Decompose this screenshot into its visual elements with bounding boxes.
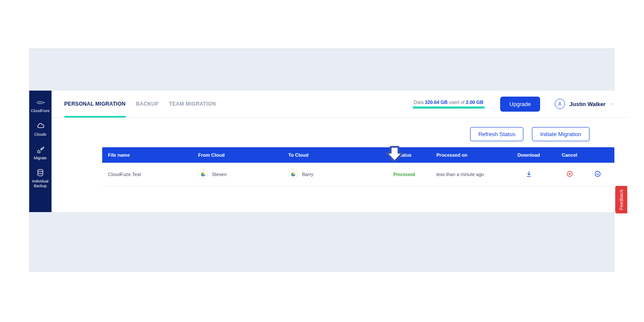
sidebar-item-label: Migrate bbox=[34, 156, 47, 161]
col-header-cancel: Cancel bbox=[553, 152, 587, 158]
sidebar-item-label: Individual Backup bbox=[31, 179, 50, 188]
cell-status: Processed bbox=[372, 172, 437, 177]
data-usage: Data 320.64 GB used of 2.00 GB bbox=[413, 100, 485, 109]
cloudfuze-logo-icon bbox=[36, 98, 45, 107]
sidebar-item-clouds[interactable]: Clouds bbox=[29, 118, 52, 141]
status-badge: Processed bbox=[393, 172, 415, 177]
from-user: Steven bbox=[212, 172, 227, 177]
avatar bbox=[555, 99, 565, 109]
col-header-from: From Cloud bbox=[198, 152, 289, 158]
content: Refresh Status Initiate Migration File n… bbox=[52, 118, 627, 212]
col-header-to: To Cloud bbox=[289, 152, 372, 158]
expand-button[interactable] bbox=[594, 170, 601, 177]
feedback-tab[interactable]: Feedback bbox=[615, 186, 627, 213]
cancel-button[interactable] bbox=[566, 170, 573, 177]
cell-from: Steven bbox=[198, 170, 289, 179]
tabs: PERSONAL MIGRATION BACKUP TEAM MIGRATION bbox=[64, 91, 216, 117]
sidebar-item-migrate[interactable]: Migrate bbox=[29, 141, 52, 165]
sidebar-item-backup[interactable]: Individual Backup bbox=[29, 164, 52, 193]
tab-personal-migration[interactable]: PERSONAL MIGRATION bbox=[64, 91, 126, 117]
cell-to: Barry bbox=[289, 170, 372, 179]
refresh-status-button[interactable]: Refresh Status bbox=[470, 127, 523, 141]
cancel-icon bbox=[566, 170, 573, 177]
google-drive-icon bbox=[289, 170, 298, 179]
database-icon bbox=[36, 169, 45, 177]
user-menu[interactable]: Justin Walker bbox=[555, 99, 614, 109]
user-icon bbox=[557, 101, 562, 106]
usage-total: 2.00 GB bbox=[466, 100, 483, 105]
col-header-status: Status bbox=[372, 152, 437, 158]
main: PERSONAL MIGRATION BACKUP TEAM MIGRATION… bbox=[52, 91, 627, 212]
cell-file: CloudFuze.Test bbox=[108, 172, 198, 177]
col-header-file: File name bbox=[108, 152, 198, 158]
cell-processed: less than a minute ago bbox=[437, 172, 505, 177]
rocket-icon bbox=[36, 146, 45, 154]
chevron-down-icon bbox=[610, 102, 614, 106]
svg-point-5 bbox=[595, 171, 600, 176]
cloud-icon bbox=[36, 122, 45, 131]
usage-progress-bar bbox=[413, 106, 485, 109]
sidebar: CloudFuze Clouds Migrate Individual Back… bbox=[29, 91, 52, 212]
col-header-processed: Processed on bbox=[437, 152, 505, 158]
to-user: Barry bbox=[302, 172, 313, 177]
sidebar-brand[interactable]: CloudFuze bbox=[29, 94, 52, 118]
download-icon bbox=[526, 170, 532, 177]
download-button[interactable] bbox=[526, 170, 532, 177]
sidebar-item-label: Clouds bbox=[34, 132, 46, 137]
actions-row: Refresh Status Initiate Migration bbox=[64, 127, 614, 141]
google-drive-icon bbox=[198, 170, 208, 179]
tab-team-migration[interactable]: TEAM MIGRATION bbox=[169, 91, 216, 117]
app-shell: CloudFuze Clouds Migrate Individual Back… bbox=[29, 91, 614, 212]
arrow-down-annotation-icon bbox=[385, 145, 404, 163]
sidebar-brand-label: CloudFuze bbox=[31, 109, 50, 113]
table-row: CloudFuze.Test Steven Barry Processed bbox=[102, 163, 614, 186]
svg-point-1 bbox=[41, 148, 42, 149]
svg-point-3 bbox=[559, 102, 561, 104]
col-header-download: Download bbox=[505, 152, 553, 158]
usage-used: 320.64 GB bbox=[425, 100, 448, 105]
initiate-migration-button[interactable]: Initiate Migration bbox=[532, 127, 589, 141]
svg-point-0 bbox=[43, 102, 44, 103]
cell-expand bbox=[587, 170, 608, 178]
tab-backup[interactable]: BACKUP bbox=[136, 91, 159, 117]
svg-point-2 bbox=[38, 170, 43, 172]
usage-prefix: Data bbox=[413, 100, 425, 105]
user-name: Justin Walker bbox=[569, 101, 605, 107]
cell-download bbox=[505, 170, 553, 178]
topbar: PERSONAL MIGRATION BACKUP TEAM MIGRATION… bbox=[52, 91, 627, 118]
cell-cancel bbox=[553, 170, 587, 178]
usage-mid: used of bbox=[448, 100, 466, 105]
migration-table: File name From Cloud To Cloud Status Pro… bbox=[102, 147, 614, 186]
table-header: File name From Cloud To Cloud Status Pro… bbox=[102, 147, 614, 163]
upgrade-button[interactable]: Upgrade bbox=[500, 97, 541, 112]
chevron-circle-down-icon bbox=[594, 170, 601, 177]
